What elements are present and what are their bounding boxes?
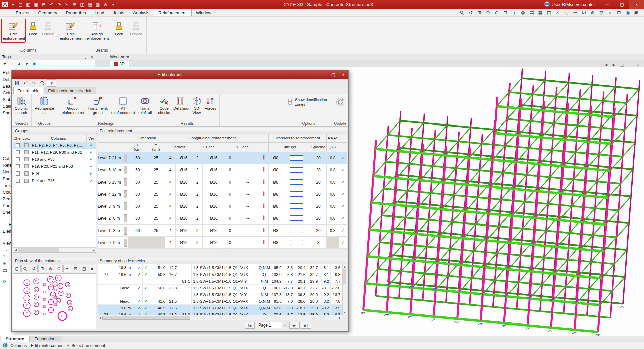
cell-corners-diameter[interactable]: Ø16	[176, 176, 192, 188]
cell-y-dimension[interactable]: 25	[147, 164, 165, 176]
cell-xface-count[interactable]: 2	[192, 200, 203, 212]
locate-icon[interactable]	[24, 171, 29, 176]
page-select-dropdown-icon[interactable]: ▾	[282, 322, 288, 328]
tools-icon[interactable]: ⊛	[588, 10, 597, 15]
cell-check[interactable]	[13, 163, 22, 170]
cell-stirrup-diameter[interactable]: Ø8	[269, 152, 283, 164]
more-dropdown-icon[interactable]: ▾	[109, 0, 117, 9]
page-select[interactable]: Page 1 ▾	[256, 322, 288, 328]
forces-button[interactable]: Forces	[203, 96, 218, 111]
cell-locate[interactable]	[22, 177, 31, 184]
cell-spacing[interactable]: 20	[310, 225, 327, 236]
cell-locate[interactable]	[22, 156, 31, 163]
cell-yface-count[interactable]: 0	[225, 188, 235, 200]
code-check-row[interactable]: P718.6 m✓✓50.816.71.5·SW+1.5·CM1+1.5·Q1+…	[98, 271, 342, 278]
menu-tab-joints[interactable]: Joints	[109, 9, 129, 16]
edit-reinforcement-row[interactable]: Level 412 m60254Ø162Ø160--Ø8200.8✓	[98, 188, 347, 200]
scroll-left-button[interactable]: ◀	[602, 63, 610, 67]
zoom-extents-icon[interactable]: ⊡	[501, 10, 510, 15]
group-columns-label[interactable]: P19, P20, P21 and P53	[31, 163, 87, 170]
group-columns-label[interactable]: P44 and P45	[31, 177, 87, 184]
measure-icon[interactable]: ∠	[553, 10, 562, 15]
cell-stirrup-diameter[interactable]: Ø8	[269, 188, 283, 200]
cell-corners-diameter[interactable]: Ø16	[176, 152, 192, 164]
scroll-right-button[interactable]: ▶	[610, 63, 618, 67]
undo-icon[interactable]: ↶	[48, 0, 55, 9]
tab-edit-in-table[interactable]: Edit in table	[13, 87, 43, 94]
cell-yface-diameter[interactable]: --	[235, 164, 260, 176]
previous-view-icon[interactable]: ◎	[519, 10, 527, 15]
checks-icon[interactable]: ☑	[580, 10, 588, 15]
last-page-button[interactable]: ▶|	[301, 322, 311, 329]
cell-stirrups[interactable]: Ø8	[269, 176, 310, 188]
web-icon[interactable]: ◉	[623, 10, 632, 15]
dialog-redo-button[interactable]: ↷	[30, 80, 38, 86]
hatch-icon[interactable]: ▩	[94, 0, 102, 9]
cell-stirrup-shape[interactable]	[283, 228, 310, 233]
zoom-out-icon[interactable]: ⊖	[492, 10, 501, 15]
cell-xface-diameter[interactable]: Ø16	[203, 200, 225, 212]
tag-button[interactable]: ◆	[31, 61, 38, 66]
column-search-button[interactable]: Columnsearch	[13, 96, 30, 116]
reorganise-all-button[interactable]: Reorganiseall	[33, 96, 56, 116]
cell-yface-diameter[interactable]: --	[235, 176, 260, 188]
cell-y-dimension[interactable]: 25	[147, 225, 165, 236]
cell-x-dimension[interactable]: 60	[128, 176, 147, 188]
new-document-icon[interactable]: ▢	[17, 0, 24, 9]
cell-locate[interactable]	[22, 170, 31, 177]
edit-reinforcement-row[interactable]: Level 39 m60254Ø162Ø160--Ø8200.8✓	[98, 200, 347, 212]
trans-reinf-all-button[interactable]: Trans.reinf. all	[137, 96, 153, 116]
menu-tab-geometry[interactable]: Geometry	[34, 9, 61, 16]
tab-3d-view[interactable]: 3D	[110, 61, 129, 67]
print-icon[interactable]: ⊟	[40, 0, 48, 9]
plan-select-button[interactable]: ▢	[13, 265, 21, 272]
cell-stirrup-diameter[interactable]: Ø8	[269, 200, 283, 212]
cell-corners-count[interactable]: 4	[165, 164, 176, 176]
section-icon[interactable]: ◺	[562, 10, 571, 15]
locate-icon[interactable]	[24, 150, 29, 154]
cell-locate[interactable]	[22, 142, 31, 149]
cell-spacing[interactable]: 20	[310, 212, 327, 224]
summary-hscrollbar[interactable]: ◀ ▶	[98, 315, 342, 320]
scroll-thumb[interactable]	[343, 269, 346, 284]
plan-search-button[interactable]	[21, 265, 29, 272]
3d-view-button[interactable]: 3DView	[190, 96, 203, 116]
checkbox[interactable]	[16, 179, 20, 183]
tile-windows-icon[interactable]: ⊟	[614, 10, 623, 15]
cell-y-dimension[interactable]: 25	[147, 188, 165, 200]
settings-icon[interactable]: ⊛	[102, 0, 109, 9]
cell-yface-count[interactable]: 0	[225, 225, 235, 236]
open-icon[interactable]: ◧	[24, 0, 32, 9]
first-page-button[interactable]: |◀	[245, 322, 255, 329]
group-row[interactable]: P1, P2, P3, P4, P5, P6, P7,...✓	[13, 142, 96, 149]
checkbox[interactable]	[16, 150, 20, 154]
summary-vscrollbar[interactable]: ▲ ▼	[342, 264, 347, 315]
cell-stirrup-shape[interactable]	[283, 215, 310, 221]
cell-stirrup-shape[interactable]	[283, 240, 310, 245]
cell-check[interactable]	[13, 170, 22, 177]
cell-corners-count[interactable]: 4	[165, 188, 176, 200]
cell-yface-diameter[interactable]: --	[235, 212, 260, 224]
cell-xface-diameter[interactable]: Ø16	[203, 176, 225, 188]
cell-reinforcement-sketch[interactable]	[260, 212, 269, 224]
cell-yface-count[interactable]: 0	[225, 212, 235, 224]
group-row[interactable]: P16 and P36✓	[13, 156, 96, 163]
cell-asac[interactable]	[327, 237, 339, 248]
locate-icon[interactable]	[24, 179, 29, 183]
checkbox[interactable]	[3, 222, 7, 226]
cell-corners-count[interactable]: 4	[165, 152, 176, 164]
edit-reinforcement-row[interactable]: Level 618 m60254Ø162Ø160--Ø8200.8✓	[98, 164, 347, 176]
plan-pan-button[interactable]: +	[63, 265, 71, 272]
cell-y-dimension[interactable]: 25	[147, 200, 165, 212]
edit-reinforcement-button[interactable]: Editreinforcement	[58, 19, 83, 43]
cell-corners-count[interactable]: 4	[165, 212, 176, 224]
cell-corners-count[interactable]: 4	[165, 176, 176, 188]
cell-locate[interactable]	[22, 149, 31, 156]
group-reinforcement-button[interactable]: Groupreinforcement	[59, 96, 86, 116]
cell-yface-count[interactable]: 0	[225, 176, 235, 188]
windows-icon[interactable]: ◫	[78, 0, 86, 9]
code-check-row[interactable]: 1.5·SW+1.5·CM1+1.5·Q1+V-YN,M107.8-13.739…	[98, 291, 342, 298]
menu-tab-window[interactable]: Window	[192, 9, 216, 16]
cell-xface-count[interactable]: 2	[192, 152, 203, 164]
cell-xface-diameter[interactable]: Ø16	[203, 225, 225, 236]
